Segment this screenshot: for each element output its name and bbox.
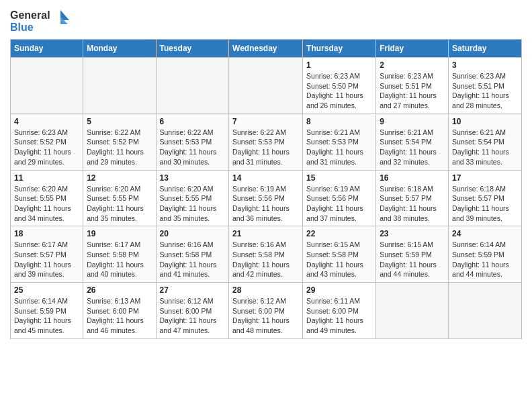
day-info: Sunrise: 6:15 AMSunset: 5:58 PMDaylight:… [306,240,372,279]
day-info: Sunrise: 6:20 AMSunset: 5:55 PMDaylight:… [87,184,152,224]
day-info: Sunrise: 6:13 AMSunset: 6:00 PMDaylight:… [87,296,152,336]
day-info: Sunrise: 6:20 AMSunset: 5:55 PMDaylight:… [160,184,226,224]
day-number: 24 [452,229,518,238]
calendar-cell: 24Sunrise: 6:14 AMSunset: 5:59 PMDayligh… [449,226,522,283]
day-info: Sunrise: 6:12 AMSunset: 6:00 PMDaylight:… [232,296,299,336]
day-number: 18 [14,229,79,238]
calendar-cell: 23Sunrise: 6:15 AMSunset: 5:59 PMDayligh… [376,226,449,283]
day-number: 3 [452,60,518,70]
day-number: 15 [306,173,372,183]
day-number: 12 [87,173,152,183]
day-number: 5 [87,117,152,126]
calendar-cell [376,283,449,339]
calendar-cell: 13Sunrise: 6:20 AMSunset: 5:55 PMDayligh… [156,170,229,226]
day-info: Sunrise: 6:22 AMSunset: 5:52 PMDaylight:… [87,128,152,167]
day-info: Sunrise: 6:15 AMSunset: 5:59 PMDaylight:… [380,240,445,279]
day-info: Sunrise: 6:16 AMSunset: 5:58 PMDaylight:… [160,240,226,279]
day-number: 6 [160,117,226,126]
day-info: Sunrise: 6:23 AMSunset: 5:50 PMDaylight:… [306,71,372,111]
weekday-header-saturday: Saturday [449,40,522,58]
day-number: 8 [306,117,372,126]
calendar-cell: 2Sunrise: 6:23 AMSunset: 5:51 PMDaylight… [376,58,449,114]
calendar-cell [449,283,522,339]
day-info: Sunrise: 6:21 AMSunset: 5:54 PMDaylight:… [452,128,518,167]
day-info: Sunrise: 6:22 AMSunset: 5:53 PMDaylight:… [160,128,226,167]
day-number: 21 [232,229,299,238]
day-number: 25 [14,285,79,295]
calendar-cell [11,58,83,114]
calendar-cell: 8Sunrise: 6:21 AMSunset: 5:53 PMDaylight… [303,113,376,170]
day-number: 17 [452,173,518,183]
day-info: Sunrise: 6:14 AMSunset: 5:59 PMDaylight:… [14,296,79,336]
day-number: 22 [306,229,372,238]
day-info: Sunrise: 6:17 AMSunset: 5:58 PMDaylight:… [87,240,152,279]
weekday-header-monday: Monday [83,40,156,58]
calendar-cell: 7Sunrise: 6:22 AMSunset: 5:53 PMDaylight… [229,113,303,170]
day-info: Sunrise: 6:11 AMSunset: 6:00 PMDaylight:… [306,296,372,336]
calendar-cell: 21Sunrise: 6:16 AMSunset: 5:58 PMDayligh… [229,226,303,283]
day-number: 13 [160,173,226,183]
day-info: Sunrise: 6:14 AMSunset: 5:59 PMDaylight:… [452,240,518,279]
calendar-cell [229,58,303,114]
day-info: Sunrise: 6:16 AMSunset: 5:58 PMDaylight:… [232,240,299,279]
calendar-cell: 1Sunrise: 6:23 AMSunset: 5:50 PMDaylight… [303,58,376,114]
day-info: Sunrise: 6:19 AMSunset: 5:56 PMDaylight:… [306,184,372,224]
calendar-cell: 17Sunrise: 6:18 AMSunset: 5:57 PMDayligh… [449,170,522,226]
calendar-cell: 29Sunrise: 6:11 AMSunset: 6:00 PMDayligh… [303,283,376,339]
day-number: 28 [232,285,299,295]
day-number: 20 [160,229,226,238]
svg-text:Blue: Blue [10,21,34,33]
calendar-cell: 4Sunrise: 6:23 AMSunset: 5:52 PMDaylight… [11,113,83,170]
day-number: 4 [14,117,79,126]
day-info: Sunrise: 6:21 AMSunset: 5:54 PMDaylight:… [380,128,445,167]
day-number: 26 [87,285,152,295]
calendar-cell: 25Sunrise: 6:14 AMSunset: 5:59 PMDayligh… [11,283,83,339]
day-info: Sunrise: 6:12 AMSunset: 6:00 PMDaylight:… [160,296,226,336]
calendar-cell: 18Sunrise: 6:17 AMSunset: 5:57 PMDayligh… [11,226,83,283]
calendar-table: SundayMondayTuesdayWednesdayThursdayFrid… [10,39,522,339]
day-number: 27 [160,285,226,295]
calendar-cell: 5Sunrise: 6:22 AMSunset: 5:52 PMDaylight… [83,113,156,170]
weekday-header-sunday: Sunday [11,40,83,58]
logo: GeneralBlue [10,7,71,34]
day-number: 10 [452,117,518,126]
day-info: Sunrise: 6:20 AMSunset: 5:55 PMDaylight:… [14,184,79,224]
day-info: Sunrise: 6:17 AMSunset: 5:57 PMDaylight:… [14,240,79,279]
calendar-cell: 27Sunrise: 6:12 AMSunset: 6:00 PMDayligh… [156,283,229,339]
day-info: Sunrise: 6:22 AMSunset: 5:53 PMDaylight:… [232,128,299,167]
calendar-cell: 14Sunrise: 6:19 AMSunset: 5:56 PMDayligh… [229,170,303,226]
day-number: 23 [380,229,445,238]
calendar-cell: 6Sunrise: 6:22 AMSunset: 5:53 PMDaylight… [156,113,229,170]
day-info: Sunrise: 6:21 AMSunset: 5:53 PMDaylight:… [306,128,372,167]
weekday-header-friday: Friday [376,40,449,58]
calendar-cell: 15Sunrise: 6:19 AMSunset: 5:56 PMDayligh… [303,170,376,226]
day-number: 29 [306,285,372,295]
day-number: 16 [380,173,445,183]
calendar-cell: 19Sunrise: 6:17 AMSunset: 5:58 PMDayligh… [83,226,156,283]
calendar-cell: 20Sunrise: 6:16 AMSunset: 5:58 PMDayligh… [156,226,229,283]
calendar-cell: 28Sunrise: 6:12 AMSunset: 6:00 PMDayligh… [229,283,303,339]
calendar-cell: 11Sunrise: 6:20 AMSunset: 5:55 PMDayligh… [11,170,83,226]
day-info: Sunrise: 6:19 AMSunset: 5:56 PMDaylight:… [232,184,299,224]
day-info: Sunrise: 6:23 AMSunset: 5:51 PMDaylight:… [380,71,445,111]
svg-text:General: General [10,9,50,21]
weekday-header-thursday: Thursday [303,40,376,58]
day-number: 1 [306,60,372,70]
logo-svg: GeneralBlue [10,7,71,34]
calendar-cell: 3Sunrise: 6:23 AMSunset: 5:51 PMDaylight… [449,58,522,114]
calendar-cell: 26Sunrise: 6:13 AMSunset: 6:00 PMDayligh… [83,283,156,339]
day-number: 7 [232,117,299,126]
weekday-header-wednesday: Wednesday [229,40,303,58]
weekday-header-tuesday: Tuesday [156,40,229,58]
day-number: 19 [87,229,152,238]
calendar-cell: 10Sunrise: 6:21 AMSunset: 5:54 PMDayligh… [449,113,522,170]
day-number: 14 [232,173,299,183]
day-number: 9 [380,117,445,126]
page-header: GeneralBlue [10,7,522,34]
day-info: Sunrise: 6:23 AMSunset: 5:51 PMDaylight:… [452,71,518,111]
day-number: 11 [14,173,79,183]
day-info: Sunrise: 6:18 AMSunset: 5:57 PMDaylight:… [380,184,445,224]
calendar-cell: 16Sunrise: 6:18 AMSunset: 5:57 PMDayligh… [376,170,449,226]
calendar-cell [83,58,156,114]
calendar-cell: 12Sunrise: 6:20 AMSunset: 5:55 PMDayligh… [83,170,156,226]
